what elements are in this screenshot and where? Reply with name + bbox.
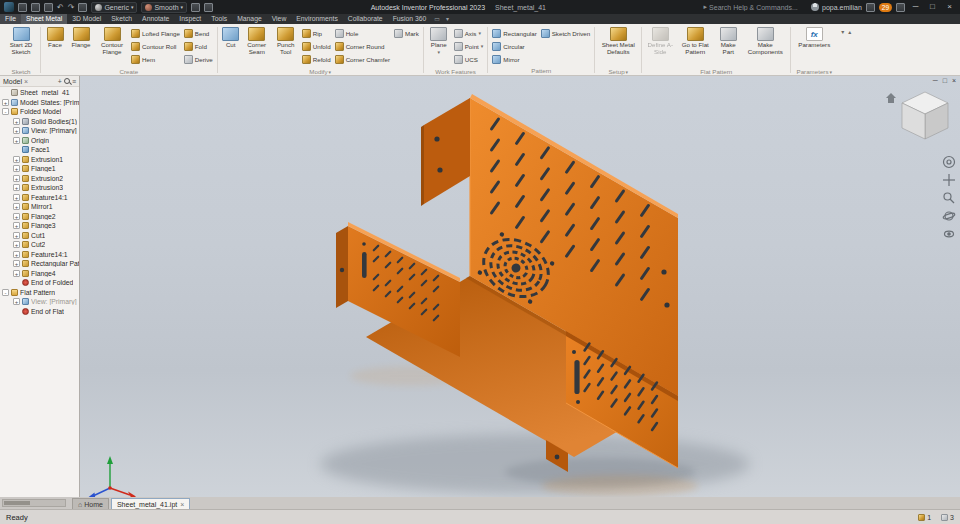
tree-item[interactable]: - Folded Model (0, 107, 79, 117)
maximize-button[interactable]: □ (926, 0, 939, 14)
go-to-flat-pattern-button[interactable]: Go to Flat Pattern (677, 25, 713, 67)
tab-home[interactable]: ⌂ Home (72, 498, 109, 509)
tree-expander[interactable]: + (13, 241, 20, 248)
mirror-button[interactable]: Mirror (491, 53, 537, 65)
tree-item[interactable]: + Cut1 (0, 231, 79, 241)
corner-chamfer-button[interactable]: Corner Chamfer (334, 53, 391, 65)
tree-expander[interactable]: + (13, 137, 20, 144)
scrollbar-thumb[interactable] (4, 501, 30, 505)
print-icon[interactable] (78, 3, 87, 12)
tree-item[interactable]: + Extrusion3 (0, 183, 79, 193)
tree-expander[interactable]: + (13, 184, 20, 191)
viewport[interactable]: ─ □ × (80, 76, 960, 497)
ribbon-tab[interactable]: Annotate (137, 14, 174, 24)
store-icon[interactable] (866, 3, 875, 12)
tree-expander[interactable]: + (13, 251, 20, 258)
tree-item[interactable]: + Solid Bodies(1) (0, 117, 79, 127)
corner-round-button[interactable]: Corner Round (334, 40, 391, 52)
ribbon-tab[interactable]: View (267, 14, 292, 24)
tree-item[interactable]: + Extrusion2 (0, 174, 79, 184)
derive-button[interactable]: Derive (183, 53, 214, 65)
ucs-button[interactable]: UCS (453, 53, 485, 65)
tree-expander[interactable]: + (13, 156, 20, 163)
rip-button[interactable]: Rip (301, 27, 332, 39)
rectangular-pattern-button[interactable]: Rectangular (491, 27, 537, 39)
tree-expander[interactable] (13, 146, 20, 153)
browser-close-icon[interactable]: × (24, 78, 28, 85)
circular-pattern-button[interactable]: Circular (491, 40, 537, 52)
ribbon-tab[interactable]: 3D Model (67, 14, 106, 24)
app-menu-icon[interactable] (18, 3, 27, 12)
tree-item[interactable]: + Rectangular Pattern (0, 259, 79, 269)
tree-item[interactable]: Face1 (0, 145, 79, 155)
tree-expander[interactable] (2, 89, 9, 96)
tree-expander[interactable]: + (13, 165, 20, 172)
ribbon-tab[interactable]: Environments (291, 14, 343, 24)
corner-seam-button[interactable]: Corner Seam (243, 25, 271, 67)
browser-title[interactable]: Model (3, 78, 22, 85)
fold-button[interactable]: Fold (183, 40, 214, 52)
make-part-button[interactable]: Make Part (715, 25, 741, 67)
make-components-button[interactable]: Make Components (743, 25, 787, 67)
undo-icon[interactable]: ↶ (57, 3, 64, 12)
close-button[interactable]: × (943, 0, 956, 14)
doc-restore-icon[interactable]: □ (943, 76, 947, 86)
ribbon-collapse-icon[interactable]: ▴ (848, 28, 851, 35)
tree-item[interactable]: + Feature14:1 (0, 193, 79, 203)
material-dropdown[interactable]: Generic ▾ (91, 2, 137, 13)
save-icon[interactable] (44, 3, 53, 12)
tree-item[interactable]: + Flange1 (0, 164, 79, 174)
parameters-button[interactable]: fxParameters (794, 25, 834, 67)
start-2d-sketch-button[interactable]: Start 2D Sketch (5, 25, 37, 67)
sketch-driven-button[interactable]: Sketch Driven (540, 27, 592, 39)
tree-expander[interactable] (13, 308, 20, 315)
tree-item[interactable]: - Flat Pattern (0, 288, 79, 298)
plane-button[interactable]: Plane▾ (427, 25, 451, 67)
ribbon-tab[interactable]: Sketch (106, 14, 137, 24)
refold-button[interactable]: Refold (301, 53, 332, 65)
ribbon-help-caret-icon[interactable]: ▾ (841, 28, 844, 35)
tree-item[interactable]: + Cut2 (0, 240, 79, 250)
user-menu[interactable]: popa.emilian (811, 3, 862, 11)
appearance-dropdown[interactable]: Smooth ▾ (141, 2, 187, 13)
tree-expander[interactable]: + (13, 260, 20, 267)
tree-item[interactable]: + Model States: [Primary] (0, 98, 79, 108)
tree-expander[interactable] (13, 279, 20, 286)
axis-button[interactable]: Axis▾ (453, 27, 485, 39)
tree-expander[interactable]: + (13, 213, 20, 220)
browser-add-icon[interactable]: + (58, 78, 62, 85)
view-cube-home-icon[interactable] (886, 93, 896, 103)
hole-button[interactable]: Hole (334, 27, 391, 39)
contour-flange-button[interactable]: Contour Flange (96, 25, 128, 67)
tree-item[interactable]: + Flange3 (0, 221, 79, 231)
mark-button[interactable]: Mark (393, 27, 420, 39)
point-button[interactable]: Point▾ (453, 40, 485, 52)
lofted-flange-button[interactable]: Lofted Flange (130, 27, 181, 39)
tree-item[interactable]: + Extrusion1 (0, 155, 79, 165)
navigation-bar[interactable] (943, 157, 956, 237)
ribbon-tab[interactable]: Manage (232, 14, 267, 24)
hem-button[interactable]: Hem (130, 53, 181, 65)
tree-expander[interactable]: + (13, 270, 20, 277)
minimize-button[interactable]: ─ (909, 0, 922, 14)
cut-button[interactable]: Cut (221, 25, 241, 67)
tree-expander[interactable]: + (2, 99, 9, 106)
measure-icon[interactable] (204, 3, 213, 12)
tree-item[interactable]: + View: [Primary] (0, 126, 79, 136)
contour-roll-button[interactable]: Contour Roll (130, 40, 181, 52)
ribbon-tab[interactable]: Sheet Metal (21, 14, 67, 24)
app-icon[interactable] (4, 2, 14, 12)
sheet-metal-defaults-button[interactable]: Sheet Metal Defaults (598, 25, 638, 67)
punch-tool-button[interactable]: Punch Tool (273, 25, 299, 67)
tree-expander[interactable]: + (13, 194, 20, 201)
tree-item[interactable]: + View: [Primary] (0, 297, 79, 307)
tree-item[interactable]: + Flange4 (0, 269, 79, 279)
tree-expander[interactable]: + (13, 118, 20, 125)
browser-search-icon[interactable] (64, 78, 70, 84)
doc-minimize-icon[interactable]: ─ (933, 76, 938, 86)
ribbon-panel-icon[interactable]: ▭ (431, 14, 443, 24)
tree-expander[interactable]: - (2, 289, 9, 296)
tree-item[interactable]: + Mirror1 (0, 202, 79, 212)
3d-part-view[interactable] (80, 76, 960, 497)
bend-button[interactable]: Bend (183, 27, 214, 39)
